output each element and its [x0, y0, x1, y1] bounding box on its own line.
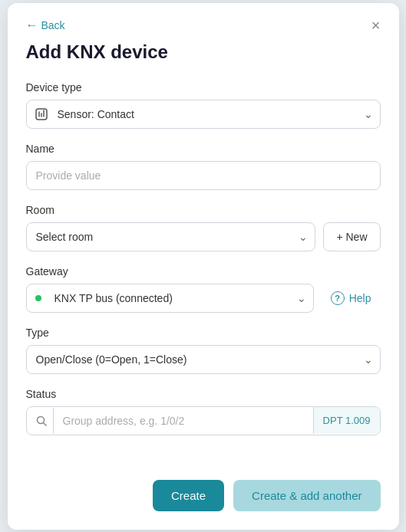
gateway-select-wrapper: KNX TP bus (connected) ⌄	[26, 284, 314, 313]
close-button[interactable]: ×	[365, 15, 387, 37]
back-label: Back	[41, 19, 65, 31]
create-add-another-button[interactable]: Create & add another	[233, 480, 380, 511]
modal-header: ← Back × Add KNX device	[8, 3, 399, 63]
device-type-group: Device type Sensor: Contact ⌄	[26, 81, 381, 129]
help-label: Help	[349, 292, 371, 304]
modal-footer: Create Create & add another	[8, 468, 399, 530]
gateway-select[interactable]: KNX TP bus (connected)	[26, 284, 314, 313]
svg-line-5	[43, 422, 46, 425]
status-group: Status DPT 1.009	[26, 388, 381, 435]
gateway-row: KNX TP bus (connected) ⌄ ? Help	[26, 284, 381, 313]
name-input[interactable]	[26, 161, 381, 190]
type-select-wrapper: Open/Close (0=Open, 1=Close) ⌄	[26, 345, 381, 374]
name-group: Name	[26, 143, 381, 190]
back-arrow-icon: ←	[26, 18, 38, 32]
room-select[interactable]: Select room	[26, 222, 316, 251]
type-select[interactable]: Open/Close (0=Open, 1=Close)	[26, 345, 381, 374]
help-circle-icon: ?	[331, 291, 345, 305]
room-group: Room Select room ⌄ + New	[26, 204, 381, 251]
back-link[interactable]: ← Back	[26, 18, 65, 32]
modal-body: Device type Sensor: Contact ⌄	[8, 81, 399, 468]
gateway-label: Gateway	[26, 265, 381, 277]
device-type-select-wrapper: Sensor: Contact ⌄	[26, 100, 381, 129]
new-room-button[interactable]: + New	[323, 222, 380, 251]
device-type-label: Device type	[26, 81, 381, 94]
device-type-select[interactable]: Sensor: Contact	[26, 100, 381, 129]
dpt-badge: DPT 1.009	[313, 407, 380, 434]
page-title: Add KNX device	[26, 41, 381, 63]
add-knx-device-modal: ← Back × Add KNX device Device type	[8, 3, 399, 530]
room-row: Select room ⌄ + New	[26, 222, 381, 251]
status-input[interactable]	[54, 407, 313, 435]
modal-overlay: ← Back × Add KNX device Device type	[0, 0, 406, 532]
name-label: Name	[26, 143, 381, 155]
room-label: Room	[26, 204, 381, 216]
create-button[interactable]: Create	[153, 480, 224, 511]
type-label: Type	[26, 327, 381, 339]
status-label: Status	[26, 388, 381, 400]
type-group: Type Open/Close (0=Open, 1=Close) ⌄	[26, 327, 381, 374]
search-icon	[27, 408, 54, 434]
gateway-group: Gateway KNX TP bus (connected) ⌄ ? Help	[26, 265, 381, 313]
status-row: DPT 1.009	[26, 406, 381, 435]
room-select-wrapper: Select room ⌄	[26, 222, 316, 251]
help-button[interactable]: ? Help	[322, 284, 381, 313]
